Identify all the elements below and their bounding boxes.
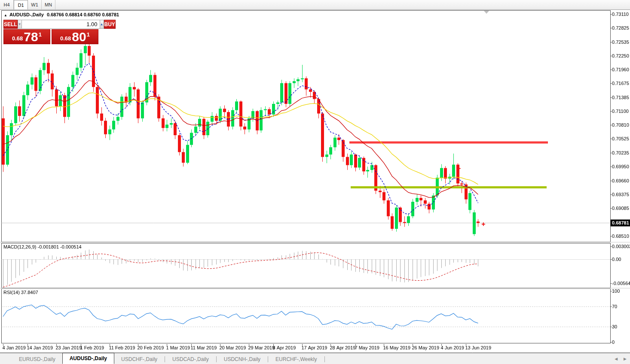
chart-tab-usdcnh[interactable]: USDCNH-,Daily [217,355,267,364]
timeframe-tab-w1[interactable]: W1 [28,0,42,9]
tab-separator [165,356,165,362]
volume-input[interactable] [22,20,100,29]
timeframe-tab-h4[interactable]: H4 [0,0,14,9]
buy-button[interactable]: BUY [104,20,116,29]
one-click-trading-panel: SELL ▼ ▲ BUY 0.68 78 1 0.68 80 1 [3,20,98,44]
chart-ohlc-values: 0.68766 0.68814 0.68760 0.68781 [47,12,119,17]
chart-tab-usdcad[interactable]: USDCAD-,Daily [165,355,216,364]
tab-scroll-right-icon[interactable]: ▶ [624,357,627,361]
timeframe-tab-mn[interactable]: MN [42,0,55,9]
chart-tab-eurchf[interactable]: EURCHF-,Weekly [269,355,324,364]
chart-title: ▲ AUDUSD-,Daily 0.68766 0.68814 0.68760 … [4,12,119,17]
sell-button[interactable]: SELL [3,20,18,29]
chart-symbol-label: AUDUSD-,Daily [9,12,44,17]
buy-price-pips: 80 [72,31,86,43]
tab-separator [268,356,268,362]
chart-tab-eurusd[interactable]: EURUSD-,Daily [12,355,62,364]
chart-dropdown-arrow-icon[interactable] [484,11,489,14]
volume-decrease-button[interactable]: ▼ [18,20,22,29]
timeframe-toolbar: H4 D1 W1 MN [0,0,630,10]
timeframe-tab-d1[interactable]: D1 [14,0,28,9]
tab-separator [324,356,325,362]
tab-scroll-left-icon[interactable]: ◀ [615,357,618,361]
buy-price-button[interactable]: 0.68 80 1 [52,29,98,44]
sell-price-pips: 78 [24,31,38,43]
chart-tab-audusd[interactable]: AUDUSD-,Daily [62,353,114,364]
chart-tab-bar: EURUSD-,Daily AUDUSD-,Daily USDCHF-,Dail… [0,353,630,364]
chart-tab-usdchf[interactable]: USDCHF-,Daily [114,355,164,364]
volume-increase-button[interactable]: ▲ [100,20,104,29]
sell-price-button[interactable]: 0.68 78 1 [3,29,50,44]
buy-price-prefix: 0.68 [60,35,71,42]
sell-price-point: 1 [39,31,42,38]
tab-separator [216,356,217,362]
collapse-triangle-icon[interactable]: ▲ [4,13,7,17]
sell-price-prefix: 0.68 [12,35,23,42]
buy-price-point: 1 [87,31,90,38]
mt4-chart-window: H4 D1 W1 MN ▲ AUDUSD-,Daily 0.68766 0.68… [0,0,630,364]
price-chart-canvas[interactable] [0,10,630,353]
